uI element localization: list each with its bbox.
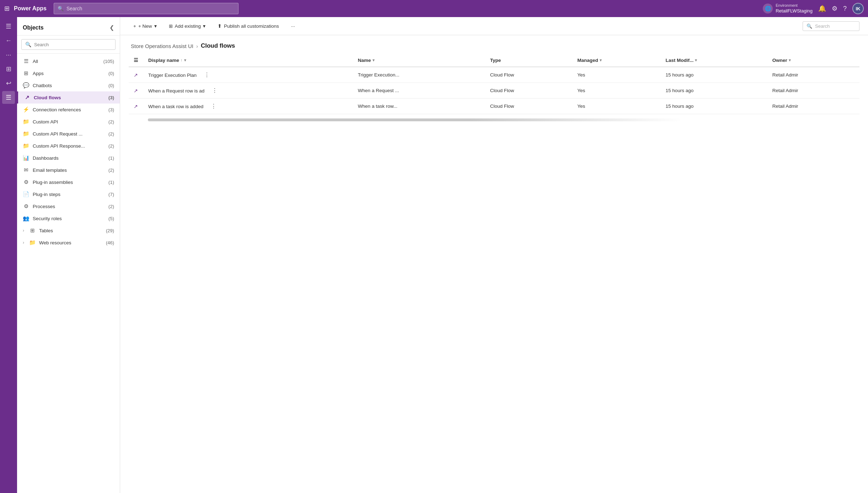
sidebar-item-connection-references[interactable]: ⚡ Connection references (3) xyxy=(17,104,120,116)
table-row: ↗ When a Request row is ad ⋮ When a Requ… xyxy=(129,83,859,99)
sidebar-item-email-templates[interactable]: ✉ Email templates (2) xyxy=(17,164,120,176)
sidebar-item-all[interactable]: ☰ All (105) xyxy=(17,55,120,67)
sidebar-search-input[interactable] xyxy=(34,42,112,47)
breadcrumb: Store Operations Assist UI › Cloud flows xyxy=(131,42,857,49)
tables-icon: ⊞ xyxy=(29,227,36,234)
data-table: ☰ Display name ↑ ▾ Name xyxy=(129,54,859,114)
sidebar-item-apps[interactable]: ⊞ Apps (0) xyxy=(17,67,120,79)
breadcrumb-separator: › xyxy=(196,43,198,49)
top-search-box[interactable]: 🔍 xyxy=(54,3,239,14)
breadcrumb-parent-link[interactable]: Store Operations Assist UI xyxy=(131,43,193,49)
toolbar: + + New ▾ ⊞ Add existing ▾ ⬆ Publish all… xyxy=(120,17,868,35)
back-rail-icon[interactable]: ← xyxy=(2,34,15,47)
row-name-1: When a Request ... xyxy=(353,83,485,99)
row-last-modified-0: 15 hours ago xyxy=(661,67,767,83)
sidebar-search-area: 🔍 xyxy=(17,36,120,54)
horizontal-scrollbar[interactable] xyxy=(148,118,682,121)
sidebar-item-plugin-assemblies[interactable]: ⚙ Plug-in assemblies (1) xyxy=(17,176,120,188)
chatbots-icon: 💬 xyxy=(23,82,29,89)
add-existing-button[interactable]: ⊞ Add existing ▾ xyxy=(164,21,210,31)
sidebar-item-cloud-flows-label: Cloud flows xyxy=(34,95,105,100)
name-dropdown-icon[interactable]: ▾ xyxy=(373,58,375,63)
select-all-header[interactable]: ☰ xyxy=(129,54,143,67)
sidebar-item-connection-references-count: (3) xyxy=(108,107,114,112)
sidebar-item-custom-api-label: Custom API xyxy=(33,119,105,124)
table-area: ☰ Display name ↑ ▾ Name xyxy=(120,54,868,493)
help-icon[interactable]: ? xyxy=(843,5,847,12)
sidebar-item-chatbots[interactable]: 💬 Chatbots (0) xyxy=(17,79,120,91)
apps-rail-icon[interactable]: ⊞ xyxy=(2,63,15,75)
top-search-input[interactable] xyxy=(66,6,235,11)
sidebar-nav: ☰ All (105) ⊞ Apps (0) 💬 Chatbots (0) ↗ … xyxy=(17,54,120,493)
owner-dropdown-icon[interactable]: ▾ xyxy=(789,58,791,63)
cloud-flows-icon: ↗ xyxy=(24,94,30,101)
toolbar-search-box[interactable]: 🔍 Search xyxy=(803,21,859,31)
owner-col-header[interactable]: Owner ▾ xyxy=(767,54,859,67)
apps-icon[interactable]: ⊞ xyxy=(4,5,10,12)
custom-api-icon: 📁 xyxy=(23,118,29,125)
last-modified-col-header[interactable]: Last Modif... ▾ xyxy=(661,54,767,67)
sidebar-search-box[interactable]: 🔍 xyxy=(21,39,116,50)
display-name-dropdown-icon[interactable]: ▾ xyxy=(184,58,186,63)
hamburger-rail-icon[interactable]: ☰ xyxy=(2,20,15,33)
sidebar-item-dashboards[interactable]: 📊 Dashboards (1) xyxy=(17,152,120,164)
settings-icon[interactable]: ⚙ xyxy=(832,5,837,12)
new-button[interactable]: + + New ▾ xyxy=(129,21,161,31)
sidebar-item-dashboards-label: Dashboards xyxy=(33,155,105,161)
managed-dropdown-icon[interactable]: ▾ xyxy=(600,58,602,63)
sidebar-item-web-resources[interactable]: › 📁 Web resources (46) xyxy=(17,237,120,249)
history-rail-icon[interactable]: ↩ xyxy=(2,77,15,90)
cloud-flow-row-icon-1: ↗ xyxy=(134,88,138,94)
row-type-0: Cloud Flow xyxy=(485,67,573,83)
plugin-assemblies-icon: ⚙ xyxy=(23,179,29,185)
toolbar-search-placeholder: Search xyxy=(815,23,830,29)
sidebar-collapse-button[interactable]: ❮ xyxy=(109,24,114,31)
sidebar-item-plugin-assemblies-count: (1) xyxy=(108,180,114,185)
row-managed-1: Yes xyxy=(572,83,660,99)
top-nav: ⊞ Power Apps 🔍 🌐 Environment RetailFLWSt… xyxy=(0,0,868,17)
last-modified-dropdown-icon[interactable]: ▾ xyxy=(695,58,697,63)
sidebar-search-icon: 🔍 xyxy=(25,42,31,47)
sidebar-item-processes-label: Processes xyxy=(33,204,105,209)
sidebar-item-tables-count: (29) xyxy=(106,228,114,233)
sidebar-item-custom-api[interactable]: 📁 Custom API (2) xyxy=(17,116,120,128)
row-managed-2: Yes xyxy=(572,99,660,114)
display-name-col-header[interactable]: Display name ↑ ▾ xyxy=(143,54,353,67)
app-logo: Power Apps xyxy=(14,5,47,12)
sidebar-item-chatbots-count: (0) xyxy=(108,83,114,88)
sidebar-item-tables[interactable]: › ⊞ Tables (29) xyxy=(17,224,120,237)
row-more-button-2[interactable]: ⋮ xyxy=(209,102,219,110)
avatar[interactable]: IK xyxy=(852,3,864,14)
dots-rail-icon[interactable]: ··· xyxy=(2,48,15,61)
sidebar-item-cloud-flows[interactable]: ↗ Cloud flows (3) xyxy=(17,91,120,104)
managed-col-header[interactable]: Managed ▾ xyxy=(572,54,660,67)
publish-label: Publish all customizations xyxy=(224,23,279,29)
type-col-header[interactable]: Type xyxy=(485,54,573,67)
row-icon-cell-0: ↗ xyxy=(129,67,143,83)
table-header-row: ☰ Display name ↑ ▾ Name xyxy=(129,54,859,67)
sidebar-item-cloud-flows-count: (3) xyxy=(108,95,114,100)
row-display-name-cell-0: Trigger Execution Plan ⋮ xyxy=(143,67,353,83)
environment-label: Environment xyxy=(776,3,813,8)
row-more-button-0[interactable]: ⋮ xyxy=(202,71,212,79)
sidebar-item-custom-api-response[interactable]: 📁 Custom API Response... (2) xyxy=(17,140,120,152)
breadcrumb-current: Cloud flows xyxy=(201,42,235,49)
row-name-2: When a task row... xyxy=(353,99,485,114)
sidebar-item-plug-in-steps[interactable]: 📄 Plug-in steps (7) xyxy=(17,188,120,200)
more-actions-button[interactable]: ··· xyxy=(286,21,300,31)
publish-button[interactable]: ⬆ Publish all customizations xyxy=(213,21,284,31)
row-owner-2: Retail Admir xyxy=(767,99,859,114)
name-col-header[interactable]: Name ▾ xyxy=(353,54,485,67)
sidebar-item-custom-api-request[interactable]: 📁 Custom API Request ... (2) xyxy=(17,128,120,140)
sidebar-item-processes-count: (2) xyxy=(108,204,114,209)
row-more-button-1[interactable]: ⋮ xyxy=(210,87,220,94)
notification-bell-icon[interactable]: 🔔 xyxy=(818,5,826,12)
list-rail-icon[interactable]: ☰ xyxy=(2,91,15,104)
all-icon: ☰ xyxy=(23,58,29,64)
sidebar-item-processes[interactable]: ⚙ Processes (2) xyxy=(17,200,120,212)
sidebar-item-security-roles-label: Security roles xyxy=(33,216,105,221)
row-last-modified-2: 15 hours ago xyxy=(661,99,767,114)
sidebar-item-web-resources-label: Web resources xyxy=(39,240,102,245)
publish-icon: ⬆ xyxy=(218,23,222,29)
sidebar-item-security-roles[interactable]: 👥 Security roles (5) xyxy=(17,212,120,224)
